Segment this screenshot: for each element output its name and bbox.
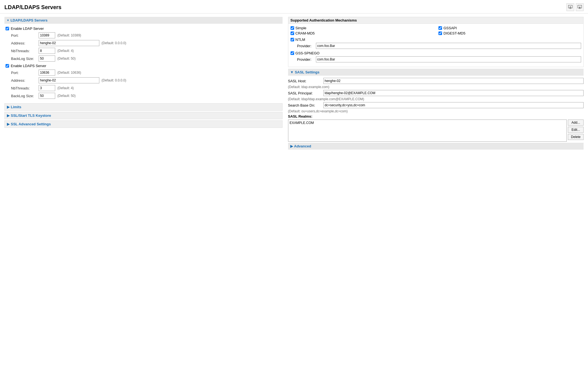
edit-realm-button[interactable]: Edit... [568, 127, 584, 133]
search-base-dn-row: Search Base Dn: [288, 102, 584, 108]
advanced-label: Advanced [294, 144, 311, 148]
page-title: LDAP/LDAPS Servers [4, 4, 62, 10]
advanced-arrow: ▶ [290, 144, 293, 148]
sasl-host-hint: (Default: ldap.example.com) [288, 85, 584, 89]
ldaps-nbthreads-hint: (Default: 4) [57, 86, 74, 90]
auth-cram-md5-label: CRAM-MD5 [296, 31, 315, 35]
realm-item-example-com[interactable]: EXAMPLE.COM [289, 121, 566, 125]
search-base-dn-hint: (Default: ou=users,dc=example,dc=com) [288, 109, 584, 113]
sasl-label: SASL Settings [295, 70, 319, 74]
ldap-port-row: Port: (Default: 10389) [11, 32, 281, 38]
ldap-nbthreads-label: NbThreads: [11, 49, 39, 53]
ldaps-port-hint: (Default: 10636) [57, 71, 81, 75]
add-realm-button[interactable]: Add... [568, 120, 584, 126]
gss-provider-row: Provider: [297, 56, 581, 62]
left-panel: ▼ LDAP/LDAPS Servers Enable LDAP Server … [4, 17, 283, 150]
advanced-section-header[interactable]: ▶ Advanced [288, 143, 584, 150]
sasl-host-row: SASL Host: [288, 78, 584, 84]
auth-simple: Simple [291, 26, 433, 30]
ldap-backlog-hint: (Default: 50) [57, 57, 76, 60]
sasl-host-input[interactable] [323, 78, 584, 84]
auth-gss-spnego-label: GSS-SPNEGO [296, 51, 320, 55]
auth-cram-md5-checkbox[interactable] [291, 31, 294, 35]
auth-mechanisms-grid: Simple GSSAPI CRAM-MD5 DIGEST-MD5 [291, 26, 581, 35]
ldap-address-row: Address: (Default: 0.0.0.0) [11, 40, 281, 46]
ldaps-nbthreads-label: NbThreads: [11, 86, 39, 90]
search-base-dn-input[interactable] [323, 102, 584, 108]
gss-provider-label: Provider: [297, 57, 314, 62]
ldap-servers-content: Enable LDAP Server Port: (Default: 10389… [4, 24, 283, 103]
sasl-principal-row: SASL Principal: [288, 90, 584, 96]
ldap-nbthreads-row: NbThreads: (Default: 4) [11, 48, 281, 54]
ntlm-provider-input[interactable] [316, 43, 581, 49]
ssl-advanced-section: ▶ SSL Advanced Settings [4, 120, 283, 128]
ldaps-address-row: Address: (Default: 0.0.0.0) [11, 77, 281, 83]
ldaps-backlog-input[interactable] [39, 93, 55, 99]
ldaps-port-input[interactable] [39, 70, 55, 76]
main-layout: ▼ LDAP/LDAPS Servers Enable LDAP Server … [0, 14, 588, 153]
ldaps-nbthreads-row: NbThreads: (Default: 4) [11, 85, 281, 91]
ssl-advanced-label: SSL Advanced Settings [11, 122, 51, 126]
ldaps-address-input[interactable] [39, 77, 99, 83]
auth-gssapi-label: GSSAPI [443, 26, 457, 30]
auth-gssapi-checkbox[interactable] [438, 26, 442, 30]
enable-ldap-checkbox[interactable] [6, 27, 9, 30]
auth-gss-spnego-checkbox[interactable] [291, 51, 294, 55]
ldaps-port-label: Port: [11, 71, 39, 75]
export-icon [578, 5, 582, 9]
ldap-servers-section-header[interactable]: ▼ LDAP/LDAPS Servers [4, 17, 283, 24]
enable-ldap-label: Enable LDAP Server [11, 27, 44, 31]
auth-cram-md5: CRAM-MD5 [291, 31, 433, 35]
gss-spnego-section: GSS-SPNEGO Provider: [291, 51, 581, 62]
ntlm-provider-row: Provider: [297, 43, 581, 49]
sasl-section-header[interactable]: ▼ SASL Settings [288, 69, 584, 76]
sasl-host-label: SASL Host: [288, 79, 321, 83]
realms-listbox[interactable]: EXAMPLE.COM [288, 120, 567, 142]
ldaps-backlog-row: BackLog Size: (Default: 50) [11, 93, 281, 99]
gss-provider-input[interactable] [316, 56, 581, 62]
ldap-port-input[interactable] [39, 32, 55, 38]
ldaps-address-label: Address: [11, 78, 39, 83]
auth-digest-md5-checkbox[interactable] [438, 31, 442, 35]
supported-auth-title: Supported Authentication Mechanisms [288, 17, 583, 24]
auth-ntlm: NTLM [291, 38, 581, 42]
realms-container: EXAMPLE.COM Add... Edit... Delete [288, 120, 584, 142]
ldaps-port-row: Port: (Default: 10636) [11, 70, 281, 76]
enable-ldaps-checkbox[interactable] [6, 64, 9, 68]
ssl-keystore-section: ▶ SSL/Start TLS Keystore [4, 112, 283, 119]
ldap-port-label: Port: [11, 33, 39, 38]
auth-gss-spnego: GSS-SPNEGO [291, 51, 581, 55]
ssl-keystore-section-header[interactable]: ▶ SSL/Start TLS Keystore [5, 112, 282, 119]
auth-simple-checkbox[interactable] [291, 26, 294, 30]
realms-buttons: Add... Edit... Delete [568, 120, 584, 142]
limits-section: ▶ Limits [4, 103, 283, 111]
ldaps-backlog-label: BackLog Size: [11, 94, 39, 98]
ssl-keystore-arrow: ▶ [7, 113, 10, 118]
enable-ldap-row: Enable LDAP Server [6, 27, 281, 31]
auth-ntlm-checkbox[interactable] [291, 38, 294, 41]
ldap-sub-section: Port: (Default: 10389) Address: (Default… [6, 32, 281, 62]
limits-section-header[interactable]: ▶ Limits [5, 104, 282, 110]
import-button[interactable] [566, 3, 574, 11]
limits-label: Limits [11, 105, 21, 109]
ldap-servers-label: LDAP/LDAPS Servers [10, 18, 47, 22]
ldap-address-label: Address: [11, 41, 39, 45]
ldaps-nbthreads-input[interactable] [39, 85, 55, 91]
ldap-backlog-input[interactable] [39, 55, 55, 62]
ssl-advanced-section-header[interactable]: ▶ SSL Advanced Settings [5, 121, 282, 128]
sasl-principal-label: SASL Principal: [288, 91, 321, 95]
page-header: LDAP/LDAPS Servers [0, 0, 588, 14]
ldaps-address-hint: (Default: 0.0.0.0) [102, 78, 126, 82]
delete-realm-button[interactable]: Delete [568, 134, 584, 140]
auth-digest-md5-label: DIGEST-MD5 [443, 31, 465, 35]
ssl-keystore-label: SSL/Start TLS Keystore [11, 113, 51, 118]
export-button[interactable] [576, 3, 584, 11]
sasl-realms-label: SASL Realms: [288, 114, 584, 118]
ssl-advanced-arrow: ▶ [7, 122, 10, 126]
sasl-principal-input[interactable] [323, 90, 584, 96]
sasl-content: SASL Host: (Default: ldap.example.com) S… [288, 78, 584, 150]
header-icons [566, 3, 584, 11]
ldap-nbthreads-input[interactable] [39, 48, 55, 54]
enable-ldaps-row: Enable LDAPS Server [6, 64, 281, 68]
ldap-address-input[interactable] [39, 40, 99, 46]
